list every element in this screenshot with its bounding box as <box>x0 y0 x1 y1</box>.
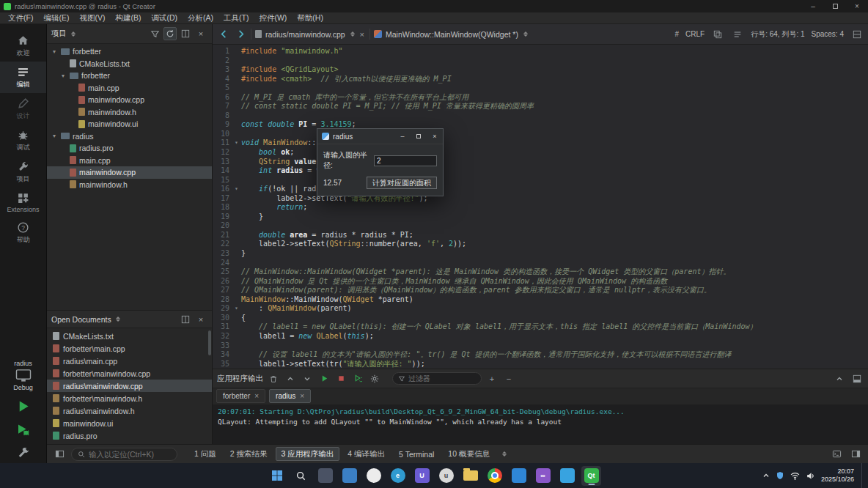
open-document-item[interactable]: radius\mainwindow.cpp <box>47 380 212 392</box>
taskbar-icon-app-u[interactable]: U <box>412 466 432 486</box>
taskbar-icon-messenger[interactable] <box>557 466 577 486</box>
mode-tab-projects[interactable]: 项目 <box>0 156 46 188</box>
split-pane-icon[interactable] <box>179 27 192 40</box>
calculate-area-button[interactable]: 计算对应圆的面积 <box>367 177 437 189</box>
open-document-item[interactable]: radius\main.cpp <box>47 355 212 367</box>
run-output-icon[interactable] <box>317 372 331 385</box>
pane-selector-arrows-icon[interactable] <box>71 32 76 37</box>
menu-item[interactable]: 工具(T) <box>218 13 254 23</box>
taskbar-icon-edge[interactable]: e <box>388 466 408 486</box>
tree-item[interactable]: CMakeLists.txt <box>47 58 212 70</box>
line-ending-selector[interactable]: CRLF <box>685 30 705 38</box>
close-icon[interactable]: × <box>300 392 304 400</box>
panel-button[interactable]: 5 Terminal <box>393 447 440 461</box>
close-documents-icon[interactable]: × <box>194 313 207 326</box>
tree-item[interactable]: mainwindow.cpp <box>47 166 212 179</box>
code-line[interactable]: 5 <box>213 84 868 93</box>
close-button[interactable]: × <box>846 0 868 12</box>
open-documents-arrows-icon[interactable] <box>116 317 120 322</box>
output-console[interactable]: 20:07:01: Starting D:\QtProj\radius\buil… <box>213 404 868 444</box>
taskbar-icon-vscode[interactable] <box>509 466 529 486</box>
locator-input[interactable] <box>89 450 171 459</box>
kit-selector-button[interactable]: radius Debug <box>13 357 33 394</box>
output-filter-input[interactable] <box>408 374 476 382</box>
code-line[interactable]: 14 int radius = value.toInt(&ok); <box>213 166 868 176</box>
open-document-item[interactable]: CMakeLists.txt <box>47 330 212 342</box>
code-line[interactable]: 21 double area = radius * radius * PI; <box>213 231 868 240</box>
indent-settings[interactable]: Spaces: 4 <box>812 30 844 38</box>
code-line[interactable]: 28MainWindow::MainWindow(QWidget *parent… <box>213 295 868 305</box>
filter-icon[interactable] <box>148 27 161 40</box>
code-line[interactable]: 7// const static double PI = M_PI; // 使用… <box>213 102 868 111</box>
output-tab[interactable]: forbetter× <box>216 389 265 403</box>
panel-button[interactable]: 10 概要信息 <box>442 447 496 461</box>
file-selector-arrows-icon[interactable] <box>350 32 355 37</box>
sidebar-toggle-icon[interactable] <box>53 448 66 461</box>
scroll-up-icon[interactable] <box>284 372 297 385</box>
code-line[interactable]: 1#include "mainwindow.h" <box>213 47 868 56</box>
menu-item[interactable]: 控件(W) <box>254 13 292 23</box>
security-shield-icon[interactable] <box>776 471 784 480</box>
rerun-icon[interactable] <box>351 372 364 385</box>
taskbar-icon-qt-creator[interactable]: Qt <box>581 466 601 486</box>
menu-item[interactable]: 调试(D) <box>146 13 183 23</box>
code-line[interactable]: 29▾ : QMainWindow(parent) <box>213 304 868 314</box>
code-line[interactable]: 6// M_PI 是 cmath 库中的一个常量，但它并不在所有平台上都可用 <box>213 93 868 103</box>
code-line[interactable]: 12 bool ok; <box>213 148 868 158</box>
mode-tab-home[interactable]: 欢迎 <box>0 30 46 62</box>
code-line[interactable]: 3#include <QGridLayout> <box>213 65 868 75</box>
code-line[interactable]: 27// QMainWindow(parent): 调用基类（QMainWind… <box>213 286 868 295</box>
code-line[interactable]: 26// QMainWindow 是 Qt 提供的一个主窗口类，MainWind… <box>213 277 868 286</box>
twisty-icon[interactable]: ▾ <box>51 133 58 139</box>
fold-marker-icon[interactable]: ▾ <box>232 138 241 148</box>
settings-gear-icon[interactable] <box>368 372 381 385</box>
code-line[interactable]: 35 label1->setText(tr("请输入圆的半径: ")); <box>213 360 868 369</box>
code-line[interactable]: 13 QString value = lineEdit->text(); <box>213 158 868 167</box>
radius-input[interactable] <box>374 155 437 166</box>
tree-item[interactable]: mainwindow.h <box>47 179 212 191</box>
menu-item[interactable]: 帮助(H) <box>292 13 328 23</box>
debug-run-button[interactable] <box>0 418 46 441</box>
twisty-icon[interactable]: ▾ <box>51 48 58 55</box>
code-line[interactable]: 4#include <cmath> // 引入cmath以便使用更准确的 M_P… <box>213 75 868 84</box>
taskbar-icon-chrome[interactable] <box>485 466 504 486</box>
code-line[interactable]: 17 label2->setText("请输入有效的半径!"); <box>213 194 868 204</box>
maximize-output-icon[interactable] <box>833 372 846 385</box>
open-documents-title[interactable]: Open Documents <box>51 315 111 324</box>
code-line[interactable]: 22 label2->setText(QString::number(area,… <box>213 240 868 249</box>
fold-marker-icon[interactable]: ▾ <box>232 185 241 194</box>
tree-item[interactable]: ▾forbetter <box>47 70 212 82</box>
taskbar-icon-visual-studio[interactable]: ∞ <box>533 466 553 486</box>
dialog-titlebar[interactable]: radius – × <box>317 129 443 144</box>
code-line[interactable]: 33 <box>213 341 868 351</box>
taskbar-icon-explorer[interactable] <box>460 466 480 486</box>
twisty-icon[interactable]: ▾ <box>59 73 67 79</box>
code-line[interactable]: 2 <box>213 56 868 66</box>
code-editor[interactable]: 1#include "mainwindow.h"23#include <QGri… <box>213 45 868 369</box>
code-line[interactable]: 34 // 设置 label1 的文本为"请输入圆的半径: "。tr() 是 Q… <box>213 350 868 360</box>
panel-button[interactable]: 1 问题 <box>188 447 222 461</box>
code-line[interactable]: 20 <box>213 221 868 231</box>
code-line[interactable]: 15 <box>213 176 868 185</box>
tree-item[interactable]: main.cpp <box>47 82 212 95</box>
close-output-icon[interactable] <box>850 372 864 385</box>
clear-output-icon[interactable] <box>267 372 280 385</box>
back-icon[interactable] <box>217 28 230 41</box>
close-icon[interactable]: × <box>254 392 259 400</box>
open-document-item[interactable]: forbetter\main.cpp <box>47 342 212 355</box>
open-document-item[interactable]: mainwindow.ui <box>47 417 212 429</box>
right-panel-icon[interactable] <box>849 448 862 461</box>
zoom-out-icon[interactable]: − <box>502 372 515 385</box>
tree-item[interactable]: ▾radius <box>47 130 212 143</box>
file-selector[interactable]: radius/mainwindow.cpp <box>265 30 345 39</box>
mode-tab-ext[interactable]: Extensions <box>0 188 46 217</box>
stop-icon[interactable] <box>334 372 347 385</box>
code-line[interactable]: 10 <box>213 130 868 139</box>
tree-item[interactable]: mainwindow.h <box>47 106 212 119</box>
mode-tab-edit[interactable]: 编辑 <box>0 62 46 93</box>
tree-item[interactable]: main.cpp <box>47 155 212 167</box>
code-line[interactable]: 25// MainWindow::MainWindow(QWidget *par… <box>213 267 868 277</box>
code-line[interactable]: 18 return; <box>213 203 868 212</box>
zoom-in-icon[interactable]: + <box>485 372 499 385</box>
volume-icon[interactable] <box>806 471 815 481</box>
